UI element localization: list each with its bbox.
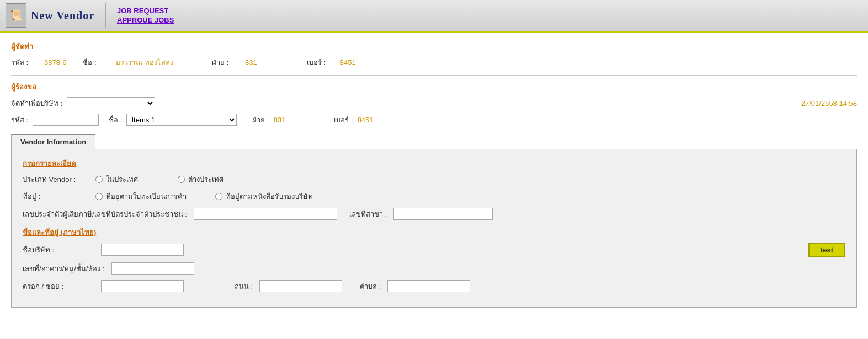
requester-dept-value: 831	[245, 58, 257, 67]
tax-id-input[interactable]	[194, 208, 337, 220]
requester-dept-label: ฝ่าย :	[212, 57, 239, 68]
radio-address-trade[interactable]	[95, 193, 103, 200]
requestor-label: ผู้ร้องขอ	[11, 81, 36, 93]
branch-label: เลขที่สาขา :	[349, 208, 387, 220]
radio-foreign[interactable]	[178, 176, 185, 183]
tab-container: Vendor Information กรอกรายละเอียด ประเภท…	[11, 134, 857, 308]
street-input[interactable]	[101, 280, 184, 292]
tambon-label: ตำบล :	[360, 281, 381, 292]
requestor-company-label: จัดทำเพื่อบริษัท :	[11, 98, 62, 109]
requestor-company-dropdown[interactable]	[67, 97, 155, 109]
requester-phone-value: 8451	[340, 58, 356, 67]
road-label: ถนน :	[235, 281, 253, 292]
requester-info-row: รหัส : 3878-6 ชื่อ : อรวรรณ ทองไสลง ฝ่าย…	[11, 57, 857, 68]
thai-name-label: ชื่อและที่อยู่ (ภาษาไทย)	[23, 227, 96, 238]
road-input[interactable]	[259, 280, 342, 292]
street-row: ตรอก / ซอย : ถนน : ตำบล :	[23, 280, 845, 292]
address-company-group: ที่อยู่ตามหนังสือรับรองบริษัท	[215, 191, 313, 202]
fill-detail-label: กรอกรายละเอียด	[23, 158, 76, 169]
requestor-code-label: รหัส :	[11, 114, 28, 126]
requestor-name-dropdown[interactable]: Items 1	[126, 114, 237, 126]
requestor-code-input[interactable]	[33, 114, 99, 126]
nav-links: JOB REQUEST APPROUE JOBS	[111, 7, 174, 24]
requester-code-label: รหัส :	[11, 57, 39, 68]
address-label: ที่อยู่ :	[23, 191, 89, 202]
tab-header: Vendor Information	[11, 134, 857, 149]
street-label: ตรอก / ซอย :	[23, 281, 94, 292]
app-title: New Vendor	[31, 9, 94, 22]
requestor-dept-label: ฝ่าย :	[252, 114, 269, 126]
requestor-phone-label: เบอร์ :	[334, 114, 353, 126]
requestor-dept-value: 831	[274, 116, 286, 124]
tax-id-label: เลขประจำตัวผู้เสียภาษี/เลขที่บัตรประจำตั…	[23, 208, 187, 220]
vendor-type-label: ประเภท Vendor :	[23, 174, 89, 185]
requestor-code-row: รหัส : ชื่อ : Items 1 ฝ่าย : 831 เบอร์ :…	[11, 114, 857, 126]
address-type-row: ที่อยู่ : ที่อยู่ตามใบทะเบียนการค้า ที่อ…	[23, 191, 845, 202]
radio-address-company[interactable]	[215, 193, 222, 200]
nav-approve-jobs[interactable]: APPROUE JOBS	[117, 16, 174, 24]
tab-vendor-information[interactable]: Vendor Information	[11, 134, 95, 149]
requestor-name-label: ชื่อ :	[109, 114, 122, 126]
requester-name-value: อรวรรณ ทองไสลง	[116, 57, 173, 68]
main-content: ผู้จัดทำ รหัส : 3878-6 ชื่อ : อรวรรณ ทอง…	[0, 33, 868, 338]
tax-id-row: เลขประจำตัวผู้เสียภาษี/เลขที่บัตรประจำตั…	[23, 208, 845, 220]
vendor-type-domestic-group: ในประเทศ	[95, 174, 138, 185]
requestor-section: ผู้ร้องขอ จัดทำเพื่อบริษัท : 27/01/2558 …	[11, 81, 857, 126]
test-button[interactable]: test	[808, 243, 845, 257]
branch-input[interactable]	[393, 208, 493, 220]
requestor-phone-value: 8451	[358, 116, 374, 124]
logo-icon: 📜	[6, 3, 26, 28]
fill-detail-section: กรอกรายละเอียด ประเภท Vendor : ในประเทศ …	[23, 158, 845, 220]
radio-foreign-label: ต่างประเทศ	[188, 174, 223, 185]
building-label: เลขที่/อาคาร/หมู่/ชั้น/ห้อง :	[23, 263, 105, 275]
requester-section: ผู้จัดทำ รหัส : 3878-6 ชื่อ : อรวรรณ ทอง…	[11, 41, 857, 68]
divider-1	[11, 75, 857, 76]
requester-name-label: ชื่อ :	[83, 57, 110, 68]
company-name-input[interactable]	[101, 244, 184, 256]
top-bar: 📜 New Vendor JOB REQUEST APPROUE JOBS	[0, 0, 868, 33]
requestor-date-value: 27/01/2558 14:58	[801, 99, 857, 107]
requester-phone-label: เบอร์ :	[307, 57, 334, 68]
building-input[interactable]	[111, 262, 194, 275]
radio-address-trade-label: ที่อยู่ตามใบทะเบียนการค้า	[106, 191, 187, 202]
radio-domestic-label: ในประเทศ	[106, 174, 138, 185]
vendor-type-foreign-group: ต่างประเทศ	[178, 174, 223, 185]
requestor-company-row: จัดทำเพื่อบริษัท : 27/01/2558 14:58	[11, 97, 857, 109]
building-row: เลขที่/อาคาร/หมู่/ชั้น/ห้อง :	[23, 262, 845, 275]
company-name-label: ชื่อบริษัท :	[23, 244, 94, 256]
address-trade-group: ที่อยู่ตามใบทะเบียนการค้า	[95, 191, 187, 202]
radio-domestic[interactable]	[95, 176, 103, 183]
tab-content: กรอกรายละเอียด ประเภท Vendor : ในประเทศ …	[11, 149, 857, 308]
tambon-input[interactable]	[387, 280, 470, 292]
requester-code-value: 3878-6	[44, 58, 66, 67]
company-name-row: ชื่อบริษัท : test	[23, 243, 845, 257]
nav-job-request[interactable]: JOB REQUEST	[117, 7, 174, 15]
thai-name-section: ชื่อและที่อยู่ (ภาษาไทย) ชื่อบริษัท : te…	[23, 227, 845, 292]
vendor-type-row: ประเภท Vendor : ในประเทศ ต่างประเทศ	[23, 174, 845, 185]
logo-section: 📜 New Vendor	[6, 3, 106, 28]
radio-address-company-label: ที่อยู่ตามหนังสือรับรองบริษัท	[226, 191, 313, 202]
requester-label: ผู้จัดทำ	[11, 41, 33, 52]
